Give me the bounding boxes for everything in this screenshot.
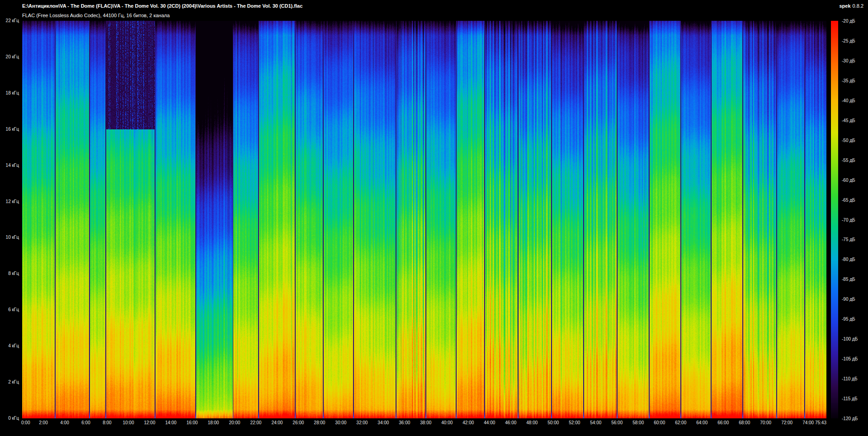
db-tick-label: -65 дБ — [842, 198, 855, 203]
app-name: spek — [839, 3, 850, 9]
legend-color-bar — [831, 21, 838, 418]
db-tick-label: -40 дБ — [842, 98, 855, 103]
time-tick-label: 46:00 — [505, 420, 516, 425]
time-axis: 0:002:004:006:008:0010:0012:0014:0016:00… — [22, 420, 826, 427]
time-tick-label: 0:00 — [21, 420, 30, 425]
time-tick-label: 48:00 — [526, 420, 538, 425]
freq-tick-label: 18 кГц — [6, 90, 19, 95]
db-tick-label: -110 дБ — [842, 376, 857, 381]
db-tick-label: -115 дБ — [842, 396, 857, 401]
db-tick-label: -105 дБ — [842, 356, 858, 361]
time-tick-label: 16:00 — [186, 420, 198, 425]
time-tick-label: 52:00 — [569, 420, 580, 425]
db-tick-label: -100 дБ — [842, 336, 858, 341]
time-tick-label: 44:00 — [484, 420, 495, 425]
time-tick-label: 20:00 — [229, 420, 240, 425]
time-tick-label: 72:00 — [781, 420, 793, 425]
time-tick-label: 58:00 — [632, 420, 644, 425]
time-tick-label: 38:00 — [420, 420, 431, 425]
time-tick-label: 22:00 — [250, 420, 261, 425]
time-tick-label: 10:00 — [123, 420, 134, 425]
freq-tick-label: 10 кГц — [6, 235, 19, 240]
time-tick-label: 26:00 — [292, 420, 304, 425]
freq-tick-label: 6 кГц — [8, 307, 19, 312]
spectrogram-canvas — [22, 21, 826, 418]
db-tick-label: -90 дБ — [842, 297, 855, 302]
time-tick-label: 75:43 — [815, 420, 826, 425]
time-tick-label: 32:00 — [356, 420, 368, 425]
db-tick-label: -50 дБ — [842, 138, 855, 143]
freq-tick-label: 22 кГц — [6, 18, 19, 23]
time-tick-label: 54:00 — [590, 420, 601, 425]
time-tick-label: 24:00 — [271, 420, 283, 425]
time-tick-label: 18:00 — [208, 420, 219, 425]
app-version-label: spek0.8.2 — [839, 3, 863, 9]
time-tick-label: 30:00 — [335, 420, 346, 425]
time-tick-label: 8:00 — [103, 420, 111, 425]
time-tick-label: 34:00 — [377, 420, 389, 425]
time-tick-label: 40:00 — [441, 420, 453, 425]
time-tick-label: 2:00 — [39, 420, 47, 425]
freq-tick-label: 16 кГц — [6, 127, 19, 132]
time-tick-label: 60:00 — [654, 420, 665, 425]
time-tick-label: 36:00 — [399, 420, 410, 425]
time-tick-label: 14:00 — [165, 420, 176, 425]
freq-tick-label: 4 кГц — [8, 343, 19, 348]
db-tick-label: -95 дБ — [842, 317, 855, 322]
time-tick-label: 68:00 — [739, 420, 750, 425]
db-tick-label: -80 дБ — [842, 257, 855, 262]
stream-info: FLAC (Free Lossless Audio Codec), 44100 … — [22, 13, 170, 18]
time-tick-label: 4:00 — [60, 420, 69, 425]
freq-tick-label: 20 кГц — [6, 54, 19, 59]
time-tick-label: 56:00 — [611, 420, 623, 425]
freq-tick-label: 8 кГц — [8, 271, 19, 276]
time-tick-label: 70:00 — [760, 420, 771, 425]
db-axis: -20 дБ-25 дБ-30 дБ-35 дБ-40 дБ-45 дБ-50 … — [842, 21, 868, 418]
time-tick-label: 74:00 — [802, 420, 814, 425]
db-tick-label: -35 дБ — [842, 78, 855, 83]
freq-tick-label: 0 кГц — [8, 416, 19, 421]
time-tick-label: 50:00 — [547, 420, 559, 425]
db-tick-label: -30 дБ — [842, 58, 855, 63]
db-tick-label: -85 дБ — [842, 277, 855, 282]
db-tick-label: -70 дБ — [842, 218, 855, 223]
time-tick-label: 28:00 — [314, 420, 325, 425]
db-tick-label: -20 дБ — [842, 19, 855, 24]
freq-tick-label: 12 кГц — [6, 199, 19, 204]
time-tick-label: 6:00 — [81, 420, 90, 425]
time-tick-label: 42:00 — [462, 420, 474, 425]
db-tick-label: -55 дБ — [842, 158, 855, 163]
db-tick-label: -120 дБ — [842, 416, 858, 421]
db-tick-label: -75 дБ — [842, 237, 855, 242]
db-tick-label: -45 дБ — [842, 118, 855, 123]
db-tick-label: -25 дБ — [842, 38, 855, 43]
freq-tick-label: 14 кГц — [6, 163, 19, 168]
time-tick-label: 62:00 — [675, 420, 686, 425]
time-tick-label: 12:00 — [144, 420, 155, 425]
frequency-axis: 22 кГц20 кГц18 кГц16 кГц14 кГц12 кГц10 к… — [0, 21, 20, 418]
freq-tick-label: 2 кГц — [8, 379, 19, 384]
app-version-number: 0.8.2 — [853, 3, 863, 9]
time-tick-label: 64:00 — [696, 420, 708, 425]
time-tick-label: 66:00 — [717, 420, 729, 425]
file-path-title: E:\Антициклон\VA - The Dome (FLAC)\VA - … — [22, 3, 302, 9]
db-tick-label: -60 дБ — [842, 178, 855, 183]
